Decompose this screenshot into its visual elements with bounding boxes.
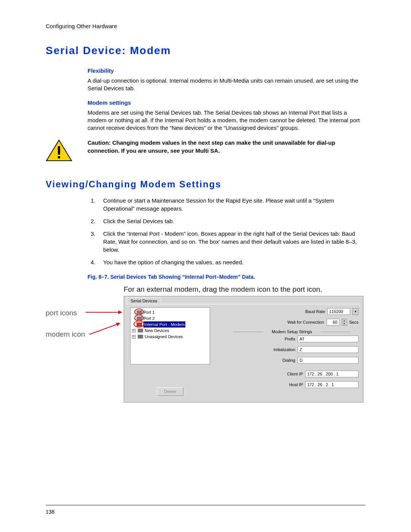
initialization-label: Initialization [274, 347, 295, 352]
initialization-input[interactable]: Z [298, 346, 358, 353]
arrow-icon [89, 323, 120, 335]
host-ip-label: Host IP [289, 382, 303, 387]
host-ip-input[interactable]: 172 . 26 . 2 . 1 [305, 381, 358, 388]
tree-item-label: Port 1 [143, 309, 155, 315]
steps-list: Continue or start a Maintenance Session … [97, 197, 365, 266]
prefix-input[interactable]: AT [298, 335, 358, 342]
tree-item-port1[interactable]: Port 1 [131, 309, 209, 315]
wait-connection-input[interactable]: 60 [327, 319, 339, 326]
wait-unit-label: Secs [349, 320, 358, 324]
subheading-flexibility: Flexibility [88, 67, 365, 74]
tree-item-label: Port 2 [143, 315, 155, 321]
dialing-input[interactable]: D [298, 357, 358, 364]
running-header: Configuring Other Hardware [46, 23, 365, 29]
tree-item-new-devices[interactable]: + New Devices [131, 328, 209, 334]
expand-icon[interactable]: + [132, 335, 135, 339]
baud-rate-select[interactable]: 115200 [327, 308, 350, 315]
tree-item-unassigned-devices[interactable]: + Unassigned Devices [131, 334, 209, 340]
caution-block: Caution: Changing modem values in the ne… [46, 139, 365, 164]
port-icon [137, 316, 142, 320]
tree-item-label: Unassigned Devices [145, 334, 183, 340]
heading-serial-device-modem: Serial Device: Modem [46, 45, 365, 57]
footer-rule [46, 505, 365, 505]
figure-caption: Fig. 8–7. Serial Devices Tab Showing “In… [88, 274, 365, 280]
client-ip-input[interactable]: 172 . 26 . 200 . 1 [305, 371, 358, 377]
svg-rect-2 [58, 156, 60, 158]
tree-item-label: Internal Port - Modem [143, 321, 185, 328]
figure: For an external modem, drag the modem ic… [46, 285, 365, 406]
serial-devices-dialog: Serial Devices Port 1 Port 2 [124, 296, 363, 403]
step-item: Continue or start a Maintenance Session … [97, 197, 365, 212]
delete-button: Delete [157, 387, 183, 396]
folder-icon [138, 329, 143, 332]
annotation-modem-icon: modem icon [46, 330, 85, 339]
folder-icon [138, 335, 143, 339]
tab-serial-devices[interactable]: Serial Devices [126, 297, 161, 304]
tree-item-internal-port-modem[interactable]: Internal Port - Modem [131, 321, 209, 328]
paragraph-modem-settings: Modems are set using the Serial Devices … [88, 109, 365, 132]
svg-rect-1 [58, 146, 60, 155]
port-icon [137, 310, 142, 314]
warning-triangle-icon [46, 139, 80, 164]
annotation-port-icons: port icons [46, 309, 77, 317]
dropdown-arrow-icon[interactable] [352, 308, 358, 315]
step-item: You have the option of changing the valu… [97, 258, 365, 266]
wait-connection-label: Wait for Connection [287, 320, 324, 324]
modem-icon [137, 323, 142, 326]
caution-text: Caution: Changing modem values in the ne… [80, 139, 365, 155]
paragraph-flexibility: A dial-up connection is optional. Intern… [88, 77, 365, 93]
step-item: Click the “Internal Port - Modem” icon. … [97, 230, 365, 254]
modem-settings-pane: Baud Rate 115200 Wait for Connection 60 … [225, 308, 358, 392]
figure-instruction: For an external modem, drag the modem ic… [124, 285, 365, 294]
expand-icon[interactable]: + [132, 329, 135, 332]
arrow-icon [86, 312, 122, 313]
prefix-label: Prefix [285, 337, 295, 341]
page-number: 138 [46, 509, 54, 515]
tree-item-port2[interactable]: Port 2 [131, 315, 209, 321]
subheading-modem-settings: Modem settings [88, 99, 365, 106]
group-modem-setup-strings: Modem Setup Strings [225, 329, 358, 334]
step-item: Click the Serial Devices tab. [97, 217, 365, 225]
spinner-icon[interactable]: ▲▼ [342, 319, 347, 326]
client-ip-label: Client IP [287, 372, 303, 376]
baud-rate-label: Baud Rate [305, 309, 325, 314]
dialing-label: Dialing [282, 358, 295, 363]
heading-viewing-changing: Viewing/Changing Modem Settings [46, 179, 365, 190]
tree-item-label: New Devices [145, 328, 169, 334]
device-tree[interactable]: Port 1 Port 2 Internal Port - Modem + [130, 307, 210, 364]
